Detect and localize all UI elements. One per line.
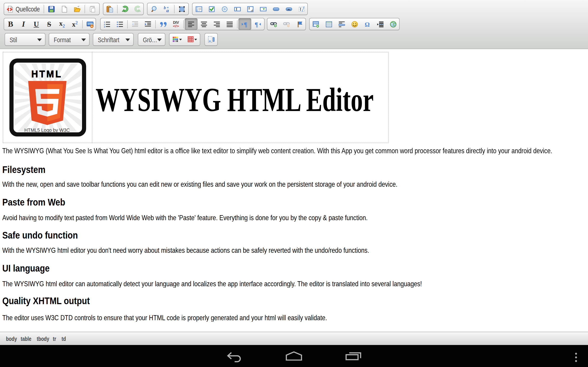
svg-text:¶: ¶ — [254, 21, 258, 28]
svg-text:</>: </> — [173, 24, 179, 28]
svg-text:HTML: HTML — [32, 68, 62, 79]
svg-text:HTML5 Logo by W3C: HTML5 Logo by W3C — [24, 127, 70, 133]
svg-text:Ω: Ω — [365, 21, 370, 28]
svg-text:¶: ¶ — [244, 21, 247, 28]
svg-text:HTML: HTML — [88, 23, 94, 25]
svg-text:2: 2 — [104, 23, 105, 25]
svg-text:1: 1 — [104, 21, 105, 23]
svg-text:3: 3 — [104, 25, 105, 28]
svg-text:a: a — [166, 7, 169, 13]
svg-text:b: b — [164, 5, 166, 10]
